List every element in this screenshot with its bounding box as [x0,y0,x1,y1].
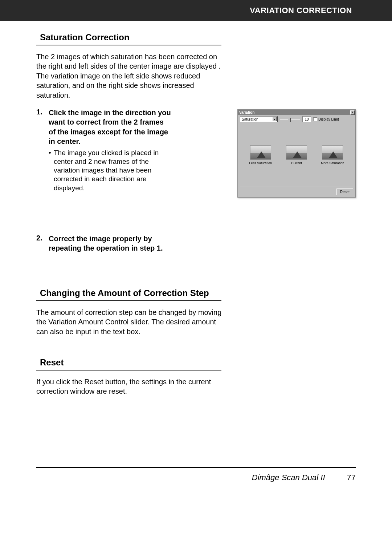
step-1-bullet-text: The image you clicked is placed in cente… [54,149,174,193]
thumbnail-image-icon [250,145,271,160]
thumb-more-label: More Saturation [321,161,344,165]
slider-thumb-icon[interactable] [288,118,291,122]
thumb-more-saturation[interactable]: More Saturation [318,145,347,165]
display-limit-checkbox[interactable]: Display Limit [313,117,339,121]
bullet-icon: • [49,149,54,193]
correction-type-select[interactable]: Saturation ▼ [240,116,278,122]
thumb-less-saturation[interactable]: Less Saturation [246,145,275,165]
thumb-less-label: Less Saturation [249,161,272,165]
variation-dialog: Variation × Saturation ▼ 10 Display Limi… [237,109,356,198]
chevron-down-icon: ▼ [272,117,277,121]
step-2: 2. Correct the image properly by repeati… [36,234,356,253]
thumb-current-label: Current [291,161,302,165]
page-footer: Dimâge Scan Dual II 77 [252,473,356,482]
heading-reset: Reset [36,357,221,370]
dialog-titlebar: Variation × [238,110,355,115]
footer-rule [36,467,356,468]
dialog-toolbar: Saturation ▼ 10 Display Limit [238,115,355,123]
reset-body: If you click the Reset button, the setti… [36,377,225,396]
page-content: Saturation Correction The 2 images of wh… [0,21,392,396]
header-title: VARIATION CORRECTION [250,6,352,15]
reset-button[interactable]: Reset [336,189,353,195]
step-1-title: Click the image in the direction you wan… [49,108,172,146]
page-header: VARIATION CORRECTION [0,0,392,21]
step-1-number: 1. [36,108,49,116]
step-2-number: 2. [36,234,49,242]
close-icon[interactable]: × [350,110,355,115]
step-1-bullet: • The image you clicked is placed in cen… [49,149,174,193]
footer-page-number: 77 [347,473,356,482]
heading-correction-step: Changing the Amount of Correction Step [36,288,221,301]
heading-saturation-correction: Saturation Correction [36,32,221,45]
variation-amount-slider[interactable] [280,116,300,122]
intro-text: The 2 images of which saturation has bee… [36,52,225,100]
correction-step-body: The amount of correction step can be cha… [36,308,225,336]
checkbox-icon [313,117,317,121]
variation-amount-input[interactable]: 10 [302,116,311,122]
variation-thumbnails: Less Saturation Current More Saturation [240,124,353,186]
thumbnail-image-icon [286,145,307,160]
display-limit-label: Display Limit [318,117,339,121]
step-2-title: Correct the image properly by repeating … [49,234,187,253]
dialog-footer: Reset [238,189,355,197]
thumbnail-image-icon [322,145,343,160]
thumb-current[interactable]: Current [282,145,311,165]
footer-product: Dimâge Scan Dual II [252,473,325,482]
dialog-title: Variation [239,110,254,114]
select-value: Saturation [242,117,258,121]
